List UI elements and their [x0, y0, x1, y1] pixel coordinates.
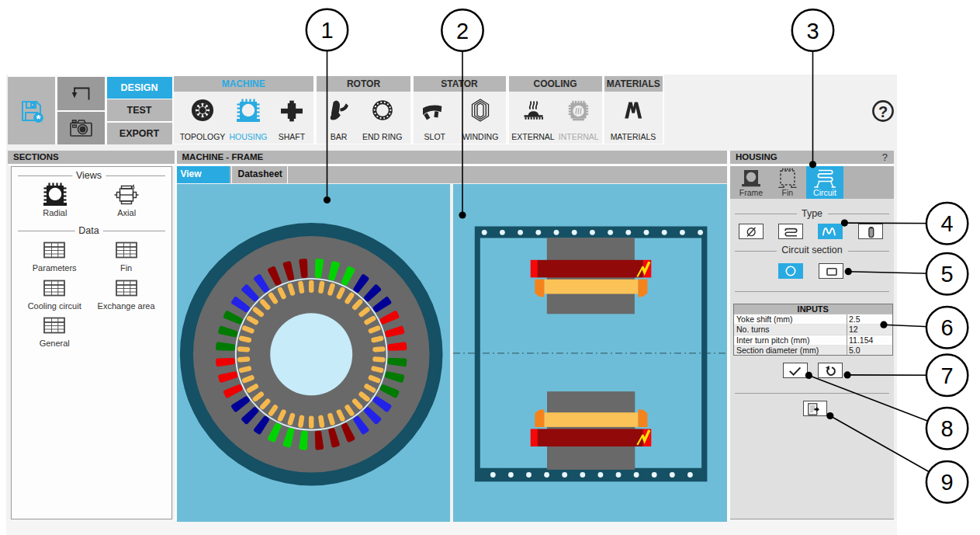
- svg-text:2: 2: [456, 19, 469, 43]
- svg-text:3: 3: [806, 19, 819, 43]
- svg-text:4: 4: [941, 211, 954, 236]
- svg-text:8: 8: [941, 416, 954, 441]
- svg-text:6: 6: [941, 315, 954, 340]
- svg-text:1: 1: [320, 18, 333, 43]
- svg-text:9: 9: [941, 470, 954, 495]
- svg-text:7: 7: [941, 363, 954, 388]
- svg-text:5: 5: [941, 262, 954, 287]
